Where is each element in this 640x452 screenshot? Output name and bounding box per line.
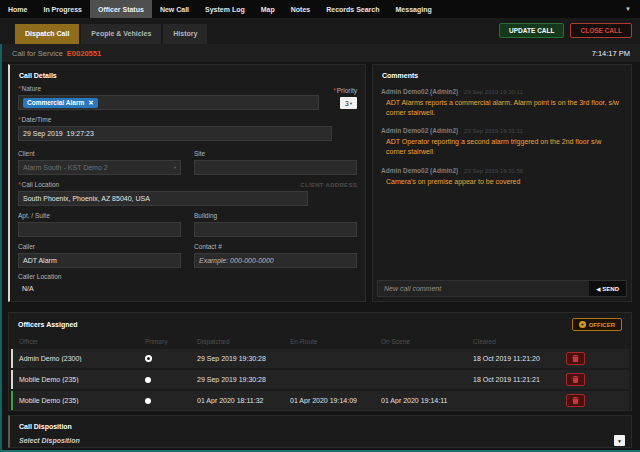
call-location-label: Call Location	[18, 181, 59, 188]
officers-title: Officers Assigned	[18, 321, 78, 328]
nav-item-in-progress[interactable]: In Progress	[35, 0, 90, 18]
nav-item-new-call[interactable]: New Call	[152, 0, 197, 18]
caller-input[interactable]: ADT Alarm	[18, 253, 181, 268]
nav-item-map[interactable]: Map	[253, 0, 283, 18]
disposition-caret-icon[interactable]: ▼	[614, 435, 625, 446]
tab-history[interactable]: History	[163, 24, 207, 44]
nav-item-notes[interactable]: Notes	[283, 0, 318, 18]
comment-author: Admin Demo02 (Admin2)	[381, 88, 458, 95]
dispatched-time: 01 Apr 2020 18:11:32	[197, 397, 290, 404]
nature-input[interactable]: Commercial Alarm ✕	[18, 95, 319, 110]
remove-nature-icon[interactable]: ✕	[88, 99, 93, 107]
nature-label: Nature	[18, 85, 319, 92]
disposition-title: Call Disposition	[10, 416, 631, 430]
client-address-badge: CLIENT ADDRESS	[300, 182, 357, 188]
call-id: E0020551	[67, 49, 101, 58]
datetime-label: Date/Time	[18, 116, 357, 123]
disposition-select[interactable]: Select Disposition ▼	[10, 430, 631, 446]
nav-item-home[interactable]: Home	[0, 0, 35, 18]
priority-select[interactable]: 3 ▾	[340, 97, 357, 109]
primary-radio[interactable]	[145, 398, 151, 404]
tab-people-vehicles[interactable]: People & Vehicles	[81, 24, 161, 44]
officers-table-header: Officer Primary Dispatched En-Route On S…	[11, 331, 629, 349]
nav-item-messaging[interactable]: Messaging	[388, 0, 440, 18]
trash-icon	[572, 396, 579, 405]
trash-icon	[572, 354, 579, 363]
comment-author: Admin Demo02 (Admin2)	[381, 127, 458, 134]
nav-item-officer-status[interactable]: Officer Status	[90, 0, 152, 18]
comment-text: Camera's on premise appear to be covered	[381, 174, 623, 187]
site-label: Site	[194, 150, 357, 157]
cleared-time: 18 Oct 2019 11:21:20	[473, 355, 566, 362]
officer-name: Mobile Demo (235)	[13, 376, 137, 383]
primary-radio[interactable]	[145, 377, 151, 383]
client-caret-icon: ▾	[174, 165, 176, 170]
priority-value: 3	[345, 100, 349, 107]
tab-bar: Dispatch Call People & Vehicles History …	[0, 18, 640, 44]
cleared-time: 18 Oct 2019 11:21:21	[473, 376, 566, 383]
comment-author: Admin Demo02 (Admin2)	[381, 167, 458, 174]
call-details-panel: Call Details Nature Commercial Alarm ✕ P…	[8, 64, 366, 302]
client-select[interactable]: Alarm South - KST Demo 2 ▾	[18, 160, 181, 175]
col-on-scene: On Scene	[379, 338, 471, 345]
close-call-button[interactable]: CLOSE CALL	[570, 23, 632, 38]
apt-suite-label: Apt. / Suite	[18, 212, 181, 219]
remove-officer-button[interactable]	[566, 394, 585, 407]
en-route-time: 01 Apr 2020 19:14:09	[290, 397, 381, 404]
comment-timestamp: 29 Sep 2019 19:31:11	[464, 128, 523, 134]
caller-label: Caller	[18, 243, 181, 250]
call-header: Call for Service E0020551 7:14:17 PM	[2, 44, 640, 62]
new-comment-input[interactable]: New call comment	[378, 285, 441, 292]
officer-name: Mobile Demo (235)	[13, 397, 137, 404]
col-en-route: En-Route	[288, 338, 379, 345]
call-location-input[interactable]: South Phoenix, Phoenix, AZ 85040, USA	[18, 191, 308, 206]
officer-name: Admin Demo (2300)	[13, 355, 137, 362]
disposition-placeholder: Select Disposition	[19, 437, 80, 444]
officer-row: Admin Demo (2300) 29 Sep 2019 19:30:28 1…	[11, 349, 629, 368]
nav-item-records-search[interactable]: Records Search	[318, 0, 387, 18]
primary-radio-selected[interactable]	[145, 355, 152, 362]
nature-tag: Commercial Alarm ✕	[23, 98, 98, 108]
col-primary: Primary	[135, 338, 195, 345]
remove-officer-button[interactable]	[566, 373, 585, 386]
remove-officer-button[interactable]	[566, 352, 585, 365]
contact-input[interactable]: Example: 000-000-0000	[194, 253, 357, 268]
caller-location-value: N/A	[18, 283, 357, 292]
col-officer: Officer	[11, 338, 135, 345]
nav-item-system-log[interactable]: System Log	[197, 0, 253, 18]
comment-item: Admin Demo02 (Admin2) 29 Sep 2019 19:31:…	[373, 167, 631, 187]
officer-row: Mobile Demo (235) 29 Sep 2019 19:30:28 1…	[11, 370, 629, 389]
nature-tag-text: Commercial Alarm	[27, 99, 84, 106]
client-value: Alarm South - KST Demo 2	[23, 164, 108, 171]
comment-item: Admin Demo02 (Admin2) 29 Sep 2019 19:31:…	[373, 127, 631, 157]
officer-row: Mobile Demo (235) 01 Apr 2020 18:11:32 0…	[11, 391, 629, 410]
tab-dispatch-call[interactable]: Dispatch Call	[15, 24, 79, 44]
call-details-title: Call Details	[10, 65, 365, 79]
on-scene-time: 01 Apr 2020 19:14:11	[381, 397, 473, 404]
col-cleared: Cleared	[471, 338, 564, 345]
nav-overflow-caret-icon[interactable]: ▼	[616, 0, 640, 18]
comment-timestamp: 29 Sep 2019 19:31:56	[464, 168, 523, 174]
building-input[interactable]	[194, 222, 357, 237]
plus-icon: +	[579, 321, 586, 328]
comment-timestamp: 29 Sep 2019 19:30:11	[464, 89, 523, 95]
building-label: Building	[194, 212, 357, 219]
datetime-input[interactable]: 29 Sep 2019 19:27:23	[18, 126, 332, 141]
contact-label: Contact #	[194, 243, 357, 250]
send-comment-button[interactable]: ◀ SEND	[589, 281, 626, 296]
comments-title: Comments	[373, 65, 631, 79]
dispatched-time: 29 Sep 2019 19:30:28	[197, 355, 290, 362]
comment-text: ADT Operator reporting a second alarm tr…	[381, 134, 623, 157]
update-call-button[interactable]: UPDATE CALL	[499, 23, 564, 38]
comment-text: ADT Alarms reports a commercial alarm. A…	[381, 95, 623, 118]
trash-icon	[572, 375, 579, 384]
add-officer-button[interactable]: + OFFICER	[572, 318, 622, 331]
new-comment-row: New call comment ◀ SEND	[377, 280, 627, 297]
client-label: Client	[18, 150, 181, 157]
call-for-service-label: Call for Service	[12, 49, 63, 58]
site-input[interactable]	[194, 160, 357, 175]
add-officer-label: OFFICER	[589, 322, 615, 328]
caller-location-label: Caller Location	[18, 273, 357, 280]
current-time: 7:14:17 PM	[592, 49, 630, 58]
apt-suite-input[interactable]	[18, 222, 181, 237]
